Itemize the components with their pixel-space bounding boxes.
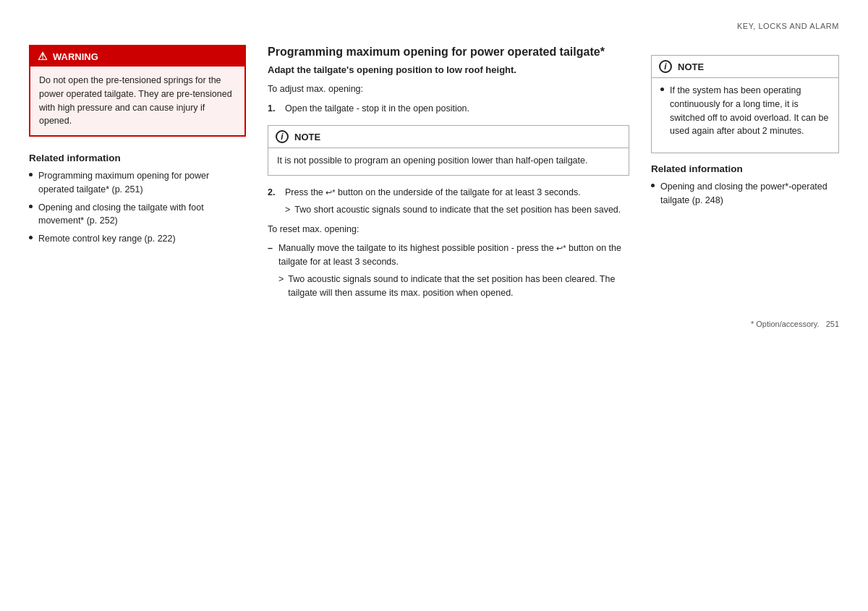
tailgate-button-icon-2: ↩* (556, 242, 566, 255)
page: KEY, LOCKS AND ALARM ⚠ WARNING Do not op… (0, 0, 868, 357)
right-note-label: NOTE (678, 61, 704, 72)
intro-text: To adjust max. opening: (268, 82, 629, 96)
reset-text-pre: Manually move the tailgate to its highes… (278, 243, 556, 253)
header-title: KEY, LOCKS AND ALARM (737, 22, 839, 30)
left-column: ⚠ WARNING Do not open the pre-tensioned … (29, 45, 246, 305)
left-related-heading: Related information (29, 153, 246, 163)
footer-note: * Option/accessory. (751, 320, 820, 328)
inline-note-header: i NOTE (268, 126, 629, 148)
main-heading: Programming maximum opening for power op… (268, 45, 629, 60)
steps-list: 1. Open the tailgate - stop it in the op… (268, 102, 629, 116)
step-text-pre: Press the (285, 187, 326, 197)
bullet-icon (29, 236, 33, 239)
arrow-icon: > (285, 203, 290, 217)
right-related-heading: Related information (651, 163, 839, 174)
steps-list-2: 2. Press the ↩* button on the underside … (268, 186, 629, 217)
step-2: 2. Press the ↩* button on the underside … (268, 186, 629, 217)
step-1: 1. Open the tailgate - stop it in the op… (268, 102, 629, 116)
bullet-icon (29, 173, 33, 176)
bullet-icon (29, 205, 33, 208)
warning-header: ⚠ WARNING (30, 46, 244, 67)
reset-sub-text: Two acoustic signals sound to indicate t… (288, 273, 629, 300)
step-content: Open the tailgate - stop it in the open … (285, 102, 629, 116)
right-related-list: Opening and closing the power*-operated … (651, 180, 839, 208)
page-footer: * Option/accessory. 251 (29, 320, 839, 328)
dash-icon: – (268, 242, 273, 299)
warning-text: Do not open the pre-tensioned springs fo… (39, 75, 232, 126)
step-text: Open the tailgate - stop it in the open … (285, 103, 469, 114)
right-note-text: If the system has been operating continu… (670, 84, 830, 138)
list-item-text: Programming maximum opening for power op… (38, 169, 246, 197)
right-note-list: If the system has been operating continu… (660, 84, 830, 138)
list-item-text: Remote control key range (p. 222) (38, 232, 176, 246)
list-item: Remote control key range (p. 222) (29, 232, 246, 246)
step-content: Press the ↩* button on the underside of … (285, 186, 629, 217)
bullet-icon (651, 184, 655, 187)
right-column: i NOTE If the system has been operating … (651, 45, 839, 305)
step-sub: > Two short acoustic signals sound to in… (285, 203, 629, 217)
reset-sub: > Two acoustic signals sound to indicate… (278, 273, 629, 300)
middle-column: Programming maximum opening for power op… (268, 45, 629, 305)
bullet-icon (660, 87, 664, 91)
right-note-header: i NOTE (652, 56, 838, 77)
warning-box: ⚠ WARNING Do not open the pre-tensioned … (29, 45, 246, 137)
reset-item: – Manually move the tailgate to its high… (268, 242, 629, 299)
note-icon-right: i (659, 60, 672, 73)
warning-body: Do not open the pre-tensioned springs fo… (30, 67, 244, 135)
step-sub-text: Two short acoustic signals sound to indi… (294, 203, 621, 217)
list-item: Programming maximum opening for power op… (29, 169, 246, 197)
page-header: KEY, LOCKS AND ALARM (29, 22, 839, 30)
step-number: 2. (268, 186, 279, 217)
right-related-text: Opening and closing the power*-operated … (660, 180, 839, 208)
warning-icon: ⚠ (38, 50, 47, 63)
inline-note-box: i NOTE It is not possible to program an … (268, 125, 629, 176)
warning-label: WARNING (53, 51, 98, 62)
list-item-text: Opening and closing the tailgate with fo… (38, 201, 246, 228)
right-note-body: If the system has been operating continu… (652, 78, 838, 153)
page-number: 251 (826, 320, 839, 328)
list-item: Opening and closing the tailgate with fo… (29, 201, 246, 228)
list-item: Opening and closing the power*-operated … (651, 180, 839, 208)
arrow-icon: > (278, 273, 284, 300)
right-note-box: i NOTE If the system has been operating … (651, 55, 839, 153)
dash-content: Manually move the tailgate to its highes… (278, 242, 629, 299)
main-subheading: Adapt the tailgate's opening position to… (268, 64, 629, 75)
step-text-post: button on the underside of the tailgate … (336, 187, 581, 197)
step-number: 1. (268, 102, 279, 116)
note-icon: i (276, 130, 289, 143)
content-columns: ⚠ WARNING Do not open the pre-tensioned … (29, 45, 839, 305)
tailgate-button-icon: ↩* (326, 187, 335, 199)
inline-note-text: It is not possible to program an opening… (277, 155, 587, 166)
reset-list: – Manually move the tailgate to its high… (268, 242, 629, 299)
inline-note-label: NOTE (294, 132, 320, 142)
inline-note-body: It is not possible to program an opening… (268, 148, 629, 175)
reset-intro-text: To reset max. opening: (268, 223, 629, 236)
left-related-list: Programming maximum opening for power op… (29, 169, 246, 246)
list-item: If the system has been operating continu… (660, 84, 830, 138)
